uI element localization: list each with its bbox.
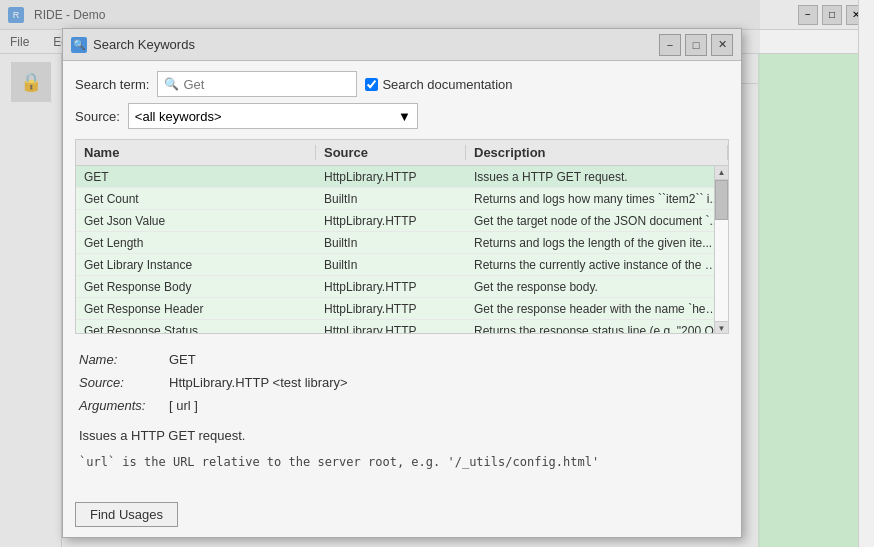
- cell-source: HttpLibrary.HTTP: [316, 324, 466, 335]
- cell-name: GET: [76, 170, 316, 184]
- keywords-table: Name Source Description GETHttpLibrary.H…: [75, 139, 729, 334]
- dialog-content: Search term: 🔍 Search documentation Sour…: [63, 61, 741, 494]
- col-header-name: Name: [76, 145, 316, 160]
- cell-name: Get Response Header: [76, 302, 316, 316]
- scrollbar-down-button[interactable]: ▼: [715, 321, 729, 334]
- search-doc-checkbox-row: Search documentation: [365, 77, 512, 92]
- table-row[interactable]: Get Response StatusHttpLibrary.HTTPRetur…: [76, 320, 728, 334]
- cell-description: Returns and logs how many times ``item2`…: [466, 192, 728, 206]
- table-body[interactable]: GETHttpLibrary.HTTPIssues a HTTP GET req…: [76, 166, 728, 334]
- cell-name: Get Library Instance: [76, 258, 316, 272]
- dropdown-arrow-icon: ▼: [398, 109, 411, 124]
- detail-source-value: HttpLibrary.HTTP <test library>: [169, 373, 348, 394]
- cell-name: Get Length: [76, 236, 316, 250]
- detail-source-row: Source: HttpLibrary.HTTP <test library>: [79, 373, 725, 394]
- table-header: Name Source Description: [76, 140, 728, 166]
- scrollbar-thumb[interactable]: [715, 180, 728, 220]
- source-dropdown[interactable]: <all keywords> ▼: [128, 103, 418, 129]
- cell-source: BuiltIn: [316, 236, 466, 250]
- search-term-label: Search term:: [75, 77, 149, 92]
- table-row[interactable]: Get Response BodyHttpLibrary.HTTPGet the…: [76, 276, 728, 298]
- dialog-controls: − □ ✕: [659, 34, 733, 56]
- source-label: Source:: [75, 109, 120, 124]
- col-header-source: Source: [316, 145, 466, 160]
- detail-source-key: Source:: [79, 373, 169, 394]
- source-row: Source: <all keywords> ▼: [75, 103, 729, 129]
- dialog-minimize-button[interactable]: −: [659, 34, 681, 56]
- cell-name: Get Count: [76, 192, 316, 206]
- table-row[interactable]: Get CountBuiltInReturns and logs how man…: [76, 188, 728, 210]
- search-icon: 🔍: [164, 77, 179, 91]
- cell-source: HttpLibrary.HTTP: [316, 170, 466, 184]
- cell-source: BuiltIn: [316, 258, 466, 272]
- table-scrollbar[interactable]: ▲ ▼: [714, 166, 728, 334]
- table-row[interactable]: Get Response HeaderHttpLibrary.HTTPGet t…: [76, 298, 728, 320]
- search-doc-checkbox[interactable]: [365, 78, 378, 91]
- detail-arguments-key: Arguments:: [79, 396, 169, 417]
- source-value: <all keywords>: [135, 109, 222, 124]
- cell-description: Issues a HTTP GET request.: [466, 170, 728, 184]
- search-keywords-dialog: 🔍 Search Keywords − □ ✕ Search term: 🔍 S…: [62, 28, 742, 538]
- dialog-close-button[interactable]: ✕: [711, 34, 733, 56]
- table-row[interactable]: GETHttpLibrary.HTTPIssues a HTTP GET req…: [76, 166, 728, 188]
- table-row[interactable]: Get Json ValueHttpLibrary.HTTPGet the ta…: [76, 210, 728, 232]
- detail-name-value: GET: [169, 350, 196, 371]
- search-doc-label: Search documentation: [382, 77, 512, 92]
- detail-name-key: Name:: [79, 350, 169, 371]
- col-header-description: Description: [466, 145, 728, 160]
- table-row[interactable]: Get LengthBuiltInReturns and logs the le…: [76, 232, 728, 254]
- app-titlebar-controls: − □ ✕: [798, 5, 866, 25]
- find-usages-button[interactable]: Find Usages: [75, 502, 178, 527]
- cell-name: Get Response Body: [76, 280, 316, 294]
- dialog-icon: 🔍: [71, 37, 87, 53]
- right-scrollbar[interactable]: [858, 0, 874, 547]
- detail-description: Issues a HTTP GET request.: [79, 426, 725, 447]
- right-panel: [758, 54, 858, 547]
- scrollbar-track[interactable]: [715, 180, 728, 321]
- dialog-title: Search Keywords: [93, 37, 659, 52]
- dialog-restore-button[interactable]: □: [685, 34, 707, 56]
- cell-source: BuiltIn: [316, 192, 466, 206]
- scrollbar-up-button[interactable]: ▲: [715, 166, 729, 180]
- cell-description: Returns the currently active instance of…: [466, 258, 728, 272]
- details-panel: Name: GET Source: HttpLibrary.HTTP <test…: [75, 344, 729, 484]
- search-input[interactable]: [183, 77, 350, 92]
- cell-source: HttpLibrary.HTTP: [316, 214, 466, 228]
- search-input-wrapper[interactable]: 🔍: [157, 71, 357, 97]
- cell-description: Returns the response status line (e.g. "…: [466, 324, 728, 335]
- detail-name-row: Name: GET: [79, 350, 725, 371]
- cell-source: HttpLibrary.HTTP: [316, 280, 466, 294]
- app-restore-button[interactable]: □: [822, 5, 842, 25]
- table-row[interactable]: Get Library InstanceBuiltInReturns the c…: [76, 254, 728, 276]
- cell-description: Returns and logs the length of the given…: [466, 236, 728, 250]
- detail-arguments-row: Arguments: [ url ]: [79, 396, 725, 417]
- cell-description: Get the response header with the name `h…: [466, 302, 728, 316]
- detail-arguments-value: [ url ]: [169, 396, 198, 417]
- cell-name: Get Response Status: [76, 324, 316, 335]
- cell-source: HttpLibrary.HTTP: [316, 302, 466, 316]
- cell-description: Get the target node of the JSON document…: [466, 214, 728, 228]
- dialog-footer: Find Usages: [75, 502, 178, 527]
- detail-note: `url` is the URL relative to the server …: [79, 455, 725, 469]
- cell-name: Get Json Value: [76, 214, 316, 228]
- search-term-row: Search term: 🔍 Search documentation: [75, 71, 729, 97]
- cell-description: Get the response body.: [466, 280, 728, 294]
- app-minimize-button[interactable]: −: [798, 5, 818, 25]
- dialog-titlebar: 🔍 Search Keywords − □ ✕: [63, 29, 741, 61]
